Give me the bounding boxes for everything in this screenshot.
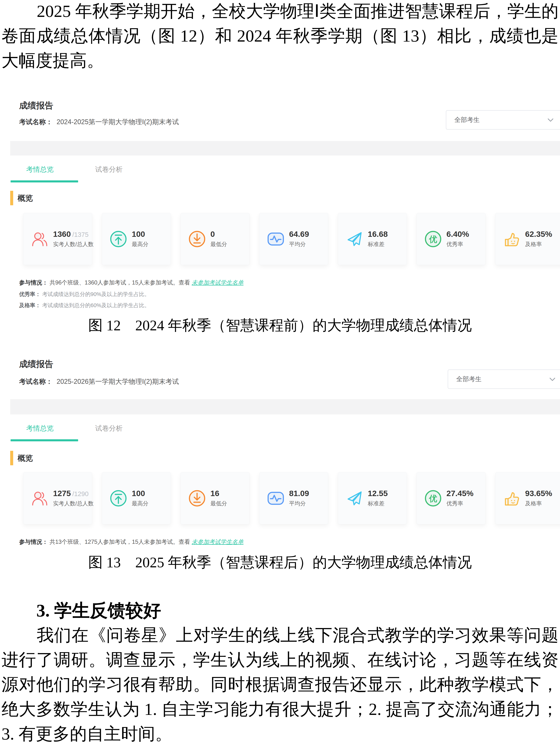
- tab-exam-overview[interactable]: 考情总览: [26, 165, 54, 174]
- stat-label: 优秀率: [447, 500, 474, 508]
- stat-label: 标准差: [368, 500, 388, 508]
- stat-label: 及格率: [525, 500, 552, 508]
- section-accent-bar: [10, 451, 13, 465]
- stat-card-lowest: 16 最低分: [181, 472, 249, 524]
- figure-caption-12: 图 12 2024 年秋季（智慧课程前）的大学物理成绩总体情况: [0, 315, 560, 336]
- stat-card-excellent-rate: 优 27.45% 优秀率: [417, 472, 486, 524]
- arrow-up-circle-icon: [109, 489, 127, 507]
- candidate-filter-dropdown[interactable]: 全部考生: [448, 369, 560, 389]
- section-accent-bar: [10, 191, 13, 205]
- section-heading: 3. 学生反馈较好: [36, 601, 161, 620]
- paper-plane-icon: [346, 489, 363, 507]
- score-report-2024: 成绩报告 考试名称：2024-2025第一学期大学物理Ⅰ(2)期末考试 全部考生…: [10, 97, 560, 314]
- svg-text:优: 优: [429, 494, 437, 503]
- stat-label: 最高分: [132, 500, 149, 508]
- excellent-badge-icon: 优: [424, 489, 442, 507]
- paragraph-feedback: 我们在《问卷星》上对学生的线上线下混合式教学的学习效果等问题进行了调研。调查显示…: [1, 623, 559, 746]
- stat-card-participants: 1275/1290 实考人数/总人数: [23, 472, 92, 524]
- tab-paper-analysis[interactable]: 试卷分析: [95, 424, 123, 433]
- stat-value: 64.69: [289, 230, 309, 238]
- stat-card-participants: 1360/1375 实考人数/总人数: [23, 213, 92, 265]
- thumbs-up-icon: [503, 230, 521, 248]
- stat-value: 62.35%: [525, 230, 552, 238]
- score-report-2025: 成绩报告 考试名称：2025-2026第一学期大学物理Ⅰ(2)期末考试 全部考生…: [10, 354, 560, 550]
- stat-value: 16.68: [368, 230, 388, 238]
- arrow-up-circle-icon: [109, 230, 127, 248]
- exam-name-label: 考试名称：: [19, 118, 53, 126]
- stat-value: 100: [132, 489, 149, 497]
- stat-card-highest: 100 最高分: [102, 213, 171, 265]
- paper-plane-icon: [346, 230, 363, 248]
- stat-label: 标准差: [368, 240, 388, 248]
- stat-card-highest: 100 最高分: [102, 472, 171, 524]
- participation-text: 共13个班级、1275人参加考试，15人未参加考试。查看: [50, 539, 192, 545]
- stat-label: 最高分: [132, 240, 149, 248]
- report-title: 成绩报告: [19, 100, 53, 111]
- chevron-down-icon: [548, 375, 557, 383]
- active-tab-underline: [10, 439, 78, 441]
- participation-summary: 参与情况： 共13个班级、1275人参加考试，15人未参加考试。查看 未参加考试…: [19, 538, 243, 546]
- stat-value: 27.45%: [447, 489, 474, 497]
- stat-label: 实考人数/总人数: [53, 500, 92, 508]
- stat-value: 93.65%: [525, 489, 552, 497]
- stat-value: 0: [210, 230, 227, 238]
- participation-summary: 参与情况： 共96个班级、1360人参加考试，15人未参加考试。查看 未参加考试…: [19, 279, 243, 287]
- stat-value: 81.09: [289, 489, 309, 497]
- candidate-filter-dropdown[interactable]: 全部考生: [446, 110, 560, 130]
- stat-cards-row: 1360/1375 实考人数/总人数 100 最高分: [23, 213, 560, 265]
- stat-label: 及格率: [525, 240, 552, 248]
- stat-cards-row: 1275/1290 实考人数/总人数 100 最高分: [23, 472, 560, 524]
- pulse-icon: [267, 230, 285, 248]
- stat-value: 6.40%: [447, 230, 469, 238]
- exam-name-row: 考试名称：2024-2025第一学期大学物理Ⅰ(2)期末考试: [19, 117, 179, 127]
- thumbs-up-icon: [503, 489, 521, 507]
- absent-students-link[interactable]: 未参加考试学生名单: [192, 539, 243, 545]
- stat-card-stddev: 12.55 标准差: [338, 472, 407, 524]
- stat-card-lowest: 0 最低分: [181, 213, 249, 265]
- arrow-down-circle-icon: [188, 489, 206, 507]
- svg-text:优: 优: [429, 235, 437, 244]
- report-title: 成绩报告: [19, 358, 53, 370]
- participation-label: 参与情况：: [19, 539, 48, 545]
- stat-label: 平均分: [289, 240, 309, 248]
- stat-value: 100: [132, 230, 149, 238]
- page: 2025 年秋季学期开始，全校大学物理Ⅰ类全面推进智慧课程后，学生的卷面成绩总体…: [0, 0, 560, 747]
- stat-label: 平均分: [289, 500, 309, 508]
- people-icon: [31, 489, 49, 507]
- dropdown-selected-value: 全部考生: [454, 115, 480, 124]
- stat-card-pass-rate: 93.65% 及格率: [495, 472, 560, 524]
- absent-students-link[interactable]: 未参加考试学生名单: [192, 279, 243, 286]
- exam-name-label: 考试名称：: [19, 378, 53, 385]
- stat-value: 16: [210, 489, 227, 497]
- tab-paper-analysis[interactable]: 试卷分析: [95, 165, 123, 174]
- exam-name-row: 考试名称：2025-2026第一学期大学物理Ⅰ(2)期末考试: [19, 377, 179, 386]
- figure-caption-13: 图 13 2025 年秋季（智慧课程后）的大学物理成绩总体情况: [0, 552, 560, 572]
- stat-card-stddev: 16.68 标准差: [338, 213, 407, 265]
- stat-card-excellent-rate: 优 6.40% 优秀率: [417, 213, 486, 265]
- stat-value: 1360: [53, 230, 71, 238]
- stat-card-average: 64.69 平均分: [259, 213, 328, 265]
- header-strip: [10, 399, 560, 414]
- stat-label: 实考人数/总人数: [53, 240, 92, 248]
- stat-total: /1375: [72, 231, 89, 238]
- stat-card-pass-rate: 62.35% 及格率: [495, 213, 560, 265]
- stat-label: 最低分: [210, 500, 227, 508]
- note-excellent-rate: 优秀率： 考试成绩达到总分的90%及以上的学生占比。: [19, 291, 150, 298]
- stat-label: 优秀率: [447, 240, 469, 248]
- tab-exam-overview[interactable]: 考情总览: [26, 424, 54, 433]
- pulse-icon: [267, 489, 285, 507]
- overview-title: 概览: [18, 193, 33, 203]
- arrow-down-circle-icon: [188, 230, 206, 248]
- chevron-down-icon: [546, 116, 555, 124]
- header-strip: [10, 141, 560, 156]
- participation-label: 参与情况：: [19, 279, 48, 286]
- overview-title: 概览: [18, 453, 33, 463]
- stat-card-average: 81.09 平均分: [259, 472, 328, 524]
- dropdown-selected-value: 全部考生: [456, 375, 481, 383]
- stat-total: /1290: [72, 490, 89, 497]
- people-icon: [31, 230, 49, 248]
- stat-label: 最低分: [210, 240, 227, 248]
- excellent-badge-icon: 优: [424, 230, 442, 248]
- participation-text: 共96个班级、1360人参加考试，15人未参加考试。查看: [50, 279, 192, 286]
- note-pass-rate: 及格率： 考试成绩达到总分的60%及以上的学生占比。: [19, 302, 150, 309]
